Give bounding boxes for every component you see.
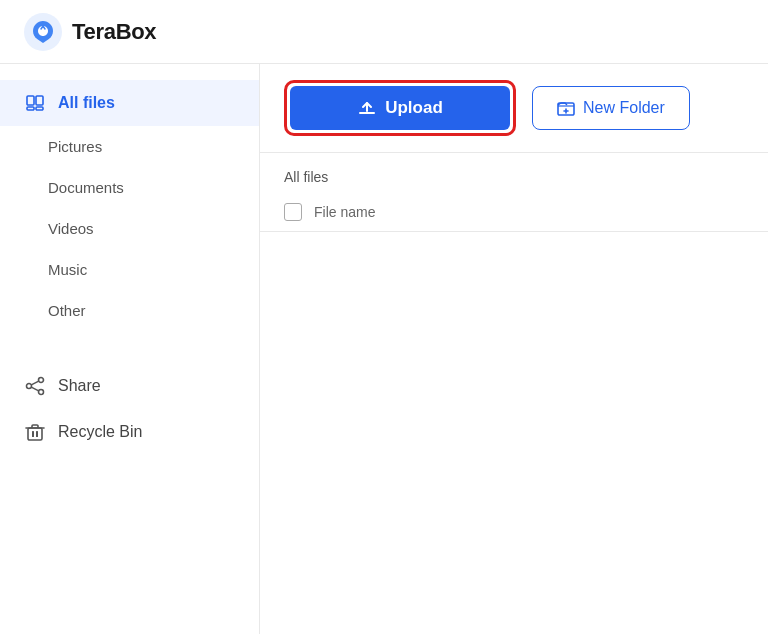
sidebar-item-documents[interactable]: Documents <box>0 167 259 208</box>
svg-rect-2 <box>36 96 43 105</box>
sidebar-item-label-documents: Documents <box>48 179 124 196</box>
new-folder-button[interactable]: New Folder <box>532 86 690 130</box>
sidebar-item-share[interactable]: Share <box>0 363 259 409</box>
sidebar-item-label-other: Other <box>48 302 86 319</box>
sidebar-item-label-recycle-bin: Recycle Bin <box>58 423 142 441</box>
svg-rect-4 <box>36 107 43 110</box>
filename-column-header: File name <box>314 204 375 220</box>
svg-point-6 <box>27 384 32 389</box>
terabox-logo-icon <box>24 13 62 51</box>
app-header: TeraBox <box>0 0 768 64</box>
sidebar: All files Pictures Documents Videos Musi… <box>0 64 260 634</box>
select-all-checkbox[interactable] <box>284 203 302 221</box>
svg-point-5 <box>39 378 44 383</box>
recycle-icon <box>24 421 46 443</box>
logo: TeraBox <box>24 13 156 51</box>
files-icon <box>24 92 46 114</box>
sidebar-item-label-all-files: All files <box>58 94 115 112</box>
svg-line-8 <box>31 381 38 385</box>
new-folder-label: New Folder <box>583 99 665 117</box>
sidebar-item-label-pictures: Pictures <box>48 138 102 155</box>
main-layout: All files Pictures Documents Videos Musi… <box>0 64 768 634</box>
breadcrumb-text: All files <box>284 169 328 185</box>
upload-label: Upload <box>385 98 443 118</box>
svg-rect-12 <box>32 431 34 437</box>
toolbar: Upload New Folder <box>260 64 768 153</box>
content-area: Upload New Folder All files <box>260 64 768 634</box>
upload-button[interactable]: Upload <box>290 86 510 130</box>
upload-button-wrapper: Upload <box>284 80 516 136</box>
sidebar-item-all-files[interactable]: All files <box>0 80 259 126</box>
logo-text: TeraBox <box>72 19 156 45</box>
svg-point-7 <box>39 390 44 395</box>
file-table-header: File name <box>260 193 768 232</box>
svg-rect-3 <box>27 107 34 110</box>
upload-icon <box>357 98 377 118</box>
svg-rect-1 <box>27 96 34 105</box>
breadcrumb: All files <box>260 153 768 193</box>
svg-rect-13 <box>36 431 38 437</box>
new-folder-icon <box>557 99 575 117</box>
sidebar-item-recycle-bin[interactable]: Recycle Bin <box>0 409 259 455</box>
sidebar-item-other[interactable]: Other <box>0 290 259 331</box>
sidebar-item-pictures[interactable]: Pictures <box>0 126 259 167</box>
sidebar-item-music[interactable]: Music <box>0 249 259 290</box>
svg-line-9 <box>31 387 38 391</box>
share-icon <box>24 375 46 397</box>
sidebar-item-label-music: Music <box>48 261 87 278</box>
sidebar-item-label-share: Share <box>58 377 101 395</box>
sidebar-item-label-videos: Videos <box>48 220 94 237</box>
file-area: All files File name <box>260 153 768 634</box>
sidebar-item-videos[interactable]: Videos <box>0 208 259 249</box>
svg-rect-10 <box>28 428 42 440</box>
